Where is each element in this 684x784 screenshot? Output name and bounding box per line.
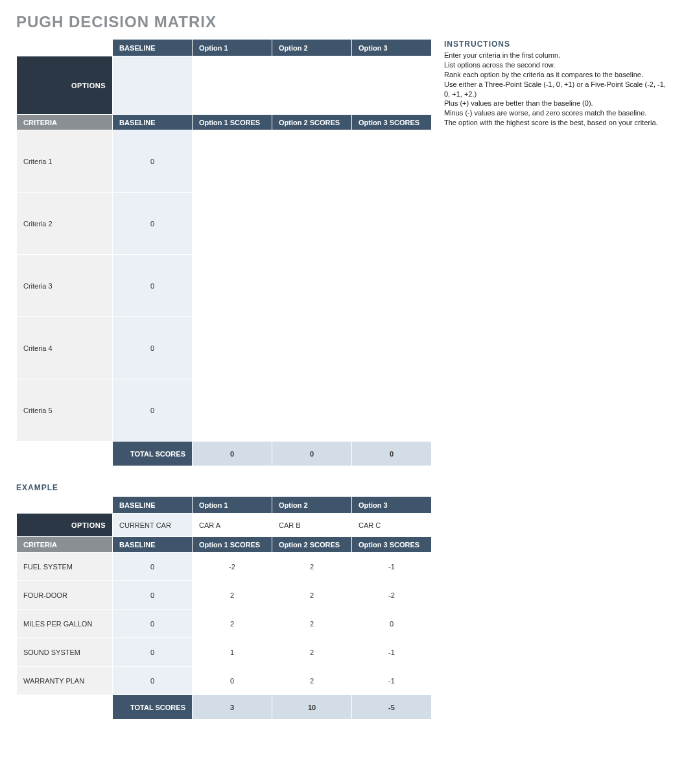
criteria-name: FUEL SYSTEM: [17, 552, 113, 581]
col-baseline-header: BASELINE: [113, 40, 193, 56]
criteria-header: CRITERIA: [17, 115, 113, 130]
option3-cell[interactable]: [352, 56, 432, 115]
option-header-row: BASELINE Option 1 Option 2 Option 3: [17, 40, 432, 56]
baseline-score: 0: [113, 552, 193, 581]
criteria-name: WARRANTY PLAN: [17, 667, 113, 695]
score-cell: 2: [272, 667, 352, 695]
options-row: OPTIONS CURRENT CAR CAR A CAR B CAR C: [17, 514, 432, 537]
criteria-row: Criteria 2 0: [17, 193, 432, 255]
score-cell: 0: [352, 610, 432, 638]
example-matrix: BASELINE Option 1 Option 2 Option 3 OPTI…: [16, 496, 431, 720]
score-cell[interactable]: [272, 317, 352, 379]
baseline-score: 0: [113, 638, 193, 667]
baseline-option-cell: CURRENT CAR: [113, 514, 193, 537]
score-cell: 2: [272, 552, 352, 581]
col-baseline-header: BASELINE: [113, 497, 193, 514]
total-option1: 0: [193, 442, 272, 466]
criteria-name: FOUR-DOOR: [17, 581, 113, 610]
score-cell: -2: [352, 581, 432, 610]
option2-score-header: Option 2 SCORES: [272, 537, 352, 552]
col-option2-header: Option 2: [272, 40, 352, 56]
baseline-score: 0: [113, 667, 193, 695]
criteria-name: SOUND SYSTEM: [17, 638, 113, 667]
col-option2-header: Option 2: [272, 497, 352, 514]
baseline-score: 0: [113, 255, 193, 317]
option1-score-header: Option 1 SCORES: [193, 537, 272, 552]
criteria-name: MILES PER GALLON: [17, 610, 113, 638]
score-cell[interactable]: [272, 379, 352, 442]
score-cell[interactable]: [272, 255, 352, 317]
total-option1: 3: [193, 695, 272, 720]
instruction-line: Enter your criteria in the first column.: [444, 51, 668, 60]
main-matrix: BASELINE Option 1 Option 2 Option 3 OPTI…: [16, 39, 431, 466]
total-option3: 0: [352, 442, 432, 466]
score-cell: 2: [272, 638, 352, 667]
page-title: PUGH DECISION MATRIX: [16, 13, 668, 31]
score-cell[interactable]: [193, 193, 272, 255]
instruction-line: Minus (-) values are worse, and zero sco…: [444, 108, 668, 118]
score-cell[interactable]: [352, 130, 432, 193]
instruction-line: Use either a Three-Point Scale (-1, 0, +…: [444, 80, 668, 99]
option3-score-header: Option 3 SCORES: [352, 115, 432, 130]
baseline-score: 0: [113, 317, 193, 379]
option1-score-header: Option 1 SCORES: [193, 115, 272, 130]
total-option2: 10: [272, 695, 352, 720]
baseline-score: 0: [113, 379, 193, 442]
criteria-header-row: CRITERIA BASELINE Option 1 SCORES Option…: [17, 115, 432, 130]
instruction-line: Plus (+) values are better than the base…: [444, 99, 668, 108]
total-option2: 0: [272, 442, 352, 466]
instructions-block: INSTRUCTIONS Enter your criteria in the …: [444, 39, 668, 128]
totals-row: TOTAL SCORES 0 0 0: [17, 442, 432, 466]
baseline-score: 0: [113, 193, 193, 255]
score-cell[interactable]: [272, 130, 352, 193]
score-cell[interactable]: [352, 193, 432, 255]
options-label: OPTIONS: [17, 56, 113, 115]
score-cell: 1: [193, 638, 272, 667]
total-scores-label: TOTAL SCORES: [113, 695, 193, 720]
baseline-score: 0: [113, 581, 193, 610]
baseline-score: 0: [113, 610, 193, 638]
options-row: OPTIONS: [17, 56, 432, 115]
score-cell: 2: [193, 610, 272, 638]
option2-cell[interactable]: [272, 56, 352, 115]
options-label: OPTIONS: [17, 514, 113, 537]
col-option1-header: Option 1: [193, 497, 272, 514]
col-option3-header: Option 3: [352, 40, 432, 56]
baseline-score: 0: [113, 130, 193, 193]
criteria-name[interactable]: Criteria 5: [17, 379, 113, 442]
option2-score-header: Option 2 SCORES: [272, 115, 352, 130]
example-label: EXAMPLE: [16, 483, 668, 492]
option-header-row: BASELINE Option 1 Option 2 Option 3: [17, 497, 432, 514]
criteria-row: Criteria 1 0: [17, 130, 432, 193]
instruction-line: The option with the highest score is the…: [444, 118, 668, 128]
score-cell[interactable]: [272, 193, 352, 255]
totals-row: TOTAL SCORES 3 10 -5: [17, 695, 432, 720]
option1-cell[interactable]: [193, 56, 272, 115]
criteria-name[interactable]: Criteria 1: [17, 130, 113, 193]
option3-score-header: Option 3 SCORES: [352, 537, 432, 552]
score-cell[interactable]: [193, 317, 272, 379]
score-cell[interactable]: [352, 255, 432, 317]
score-cell: 2: [272, 581, 352, 610]
score-cell[interactable]: [193, 130, 272, 193]
score-cell: 2: [193, 581, 272, 610]
score-cell: -1: [352, 552, 432, 581]
criteria-header: CRITERIA: [17, 537, 113, 552]
criteria-name[interactable]: Criteria 3: [17, 255, 113, 317]
score-cell[interactable]: [352, 379, 432, 442]
score-cell[interactable]: [352, 317, 432, 379]
baseline-option-cell[interactable]: [113, 56, 193, 115]
criteria-name[interactable]: Criteria 2: [17, 193, 113, 255]
baseline-score-header: BASELINE: [113, 115, 193, 130]
score-cell: -1: [352, 667, 432, 695]
score-cell[interactable]: [193, 255, 272, 317]
option1-cell: CAR A: [193, 514, 272, 537]
criteria-name[interactable]: Criteria 4: [17, 317, 113, 379]
instruction-line: Rank each option by the criteria as it c…: [444, 70, 668, 80]
score-cell[interactable]: [193, 379, 272, 442]
instruction-line: List options across the second row.: [444, 60, 668, 70]
criteria-row: SOUND SYSTEM 0 1 2 -1: [17, 638, 432, 667]
criteria-row: Criteria 5 0: [17, 379, 432, 442]
criteria-row: Criteria 3 0: [17, 255, 432, 317]
criteria-row: WARRANTY PLAN 0 0 2 -1: [17, 667, 432, 695]
